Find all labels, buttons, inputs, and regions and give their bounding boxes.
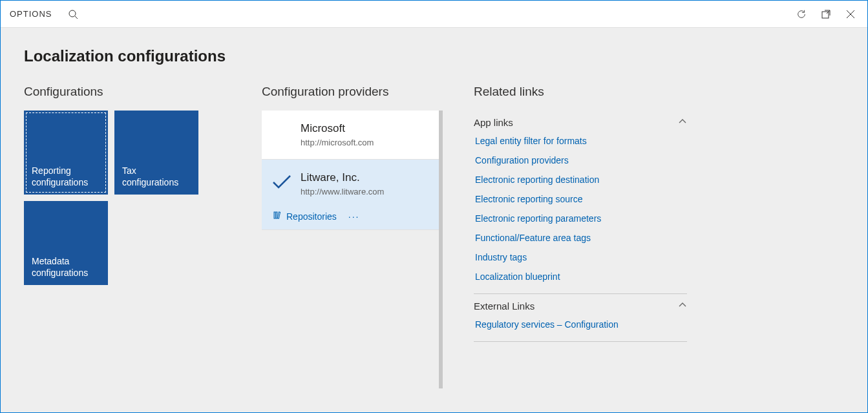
app-links-list: Legal entity filter for formats Configur… xyxy=(474,136,687,282)
provider-name: Litware, Inc. xyxy=(301,171,427,184)
provider-card-microsoft[interactable]: Microsoft http://microsoft.com xyxy=(262,111,439,160)
link-localization-blueprint[interactable]: Localization blueprint xyxy=(475,271,687,282)
group-header-app-links[interactable]: App links xyxy=(474,117,687,128)
providers-wrap: Microsoft http://microsoft.com Litware, … xyxy=(262,111,443,388)
workspace: Localization configurations Configuratio… xyxy=(1,28,867,412)
refresh-icon[interactable] xyxy=(796,9,807,19)
link-er-parameters[interactable]: Electronic reporting parameters xyxy=(475,213,687,224)
provider-list[interactable]: Microsoft http://microsoft.com Litware, … xyxy=(262,111,443,388)
related-links-section: Related links App links Legal entity fil… xyxy=(474,85,687,342)
provider-card-litware[interactable]: Litware, Inc. http://www.litware.com Rep… xyxy=(262,160,439,230)
link-configuration-providers[interactable]: Configuration providers xyxy=(475,155,687,165)
chevron-up-icon xyxy=(678,301,687,312)
svg-line-1 xyxy=(75,16,78,19)
provider-actions: Repositories ··· xyxy=(273,211,427,222)
topbar: OPTIONS xyxy=(1,1,867,28)
tile-label: Tax configurations xyxy=(122,165,191,188)
group-external-links: External Links Regulatory services – Con… xyxy=(474,294,687,342)
link-feature-tags[interactable]: Functional/Feature area tags xyxy=(475,233,687,243)
link-regulatory-services[interactable]: Regulatory services – Configuration xyxy=(475,319,687,330)
columns: Configurations Reporting configurations … xyxy=(24,85,844,388)
check-icon xyxy=(271,173,293,193)
chevron-up-icon xyxy=(678,117,687,128)
popout-icon[interactable] xyxy=(821,9,831,19)
close-icon[interactable] xyxy=(845,9,856,19)
books-icon xyxy=(273,211,282,222)
external-links-list: Regulatory services – Configuration xyxy=(474,319,687,330)
repositories-link[interactable]: Repositories xyxy=(273,211,337,222)
repositories-label: Repositories xyxy=(286,211,337,222)
configurations-heading: Configurations xyxy=(24,85,231,99)
related-links-heading: Related links xyxy=(474,85,687,99)
search-icon[interactable] xyxy=(68,9,78,19)
topbar-right xyxy=(796,9,858,19)
providers-heading: Configuration providers xyxy=(262,85,443,99)
tile-label: Metadata configurations xyxy=(32,256,100,279)
provider-name: Microsoft xyxy=(301,122,427,135)
group-title: External Links xyxy=(474,301,535,312)
page-title: Localization configurations xyxy=(24,47,844,65)
topbar-left: OPTIONS xyxy=(10,9,78,19)
provider-url: http://www.litware.com xyxy=(301,187,427,196)
more-actions[interactable]: ··· xyxy=(348,211,360,222)
svg-rect-7 xyxy=(276,212,277,218)
tiles: Reporting configurations Tax configurati… xyxy=(24,111,231,285)
link-industry-tags[interactable]: Industry tags xyxy=(475,252,687,262)
options-menu[interactable]: OPTIONS xyxy=(10,9,52,19)
svg-rect-8 xyxy=(277,212,280,218)
tile-metadata-configurations[interactable]: Metadata configurations xyxy=(24,201,108,285)
svg-rect-6 xyxy=(274,212,275,218)
providers-section: Configuration providers Microsoft http:/… xyxy=(262,85,443,388)
group-title: App links xyxy=(474,117,513,128)
link-er-source[interactable]: Electronic reporting source xyxy=(475,194,687,204)
tile-tax-configurations[interactable]: Tax configurations xyxy=(114,111,198,195)
configurations-section: Configurations Reporting configurations … xyxy=(24,85,231,285)
link-er-destination[interactable]: Electronic reporting destination xyxy=(475,175,687,185)
group-header-external-links[interactable]: External Links xyxy=(474,301,687,312)
tile-reporting-configurations[interactable]: Reporting configurations xyxy=(24,111,108,195)
link-legal-entity-filter[interactable]: Legal entity filter for formats xyxy=(475,136,687,146)
group-app-links: App links Legal entity filter for format… xyxy=(474,111,687,294)
provider-url: http://microsoft.com xyxy=(301,138,427,147)
tile-label: Reporting configurations xyxy=(32,165,100,188)
svg-point-0 xyxy=(69,10,76,17)
